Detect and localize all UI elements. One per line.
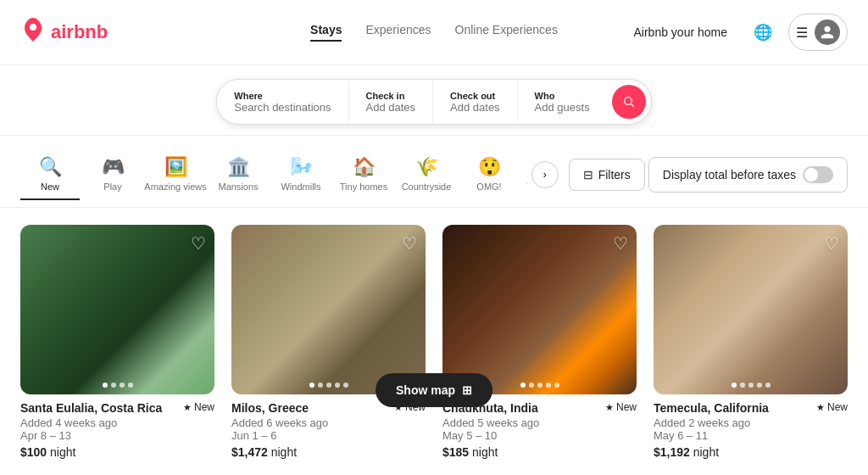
show-map-button[interactable]: Show map ⊞ bbox=[376, 373, 492, 407]
category-item-omg[interactable]: 😲 OMG! bbox=[459, 149, 519, 200]
who-section[interactable]: Who Add guests bbox=[518, 81, 607, 124]
filter-icon: ⊟ bbox=[583, 168, 593, 182]
category-item-windmills[interactable]: 🌬️ Windmills bbox=[271, 149, 331, 200]
dot bbox=[554, 383, 559, 388]
header: airbnb Stays Experiences Online Experien… bbox=[0, 0, 868, 65]
user-menu[interactable]: ☰ bbox=[788, 14, 848, 51]
favorite-button-3[interactable]: ♡ bbox=[824, 233, 839, 254]
dot bbox=[546, 383, 551, 388]
category-label-countryside: Countryside bbox=[402, 182, 452, 192]
search-bar-wrapper: Where Search destinations Check in Add d… bbox=[0, 65, 868, 136]
listing-card-3[interactable]: ♡ Temecula, California ★ New Added 2 wee… bbox=[654, 225, 848, 462]
listing-image-2: ♡ bbox=[442, 225, 637, 394]
price-unit-1: night bbox=[271, 445, 297, 459]
who-label: Who bbox=[535, 91, 590, 101]
listing-price-3: $1,192 night bbox=[654, 445, 848, 459]
dot bbox=[520, 383, 526, 388]
display-taxes-container: Display total before taxes bbox=[648, 157, 848, 193]
category-label-play: Play bbox=[103, 182, 121, 192]
price-unit-0: night bbox=[50, 445, 75, 459]
dot bbox=[757, 383, 762, 388]
new-icon: 🔍 bbox=[39, 156, 62, 178]
checkin-value[interactable]: Add dates bbox=[366, 101, 416, 114]
category-label-new: New bbox=[41, 182, 59, 192]
dot bbox=[740, 383, 745, 388]
search-button[interactable] bbox=[612, 85, 646, 119]
search-icon bbox=[622, 95, 636, 109]
checkout-label: Check out bbox=[450, 91, 500, 101]
category-item-play[interactable]: 🎮 Play bbox=[83, 149, 142, 200]
listings-grid: ♡ Santa Eulalia, Costa Rica ★ New Added … bbox=[0, 208, 868, 475]
listing-price-1: $1,472 night bbox=[231, 445, 426, 459]
category-item-amazing-views[interactable]: 🖼️ Amazing views bbox=[146, 149, 205, 200]
favorite-button-1[interactable]: ♡ bbox=[402, 233, 417, 254]
windmills-icon: 🌬️ bbox=[290, 156, 313, 178]
logo-text: airbnb bbox=[51, 21, 108, 43]
listing-dates-2: May 5 – 10 bbox=[442, 429, 637, 442]
tiny-homes-icon: 🏠 bbox=[353, 156, 376, 178]
star-icon-0: ★ bbox=[183, 402, 192, 413]
dot bbox=[748, 383, 754, 388]
host-link[interactable]: Airbnb your home bbox=[623, 19, 737, 46]
where-input[interactable]: Search destinations bbox=[234, 101, 331, 114]
new-badge-3: ★ New bbox=[816, 401, 848, 413]
price-unit-3: night bbox=[693, 445, 719, 459]
hamburger-icon: ☰ bbox=[796, 25, 808, 41]
who-value[interactable]: Add guests bbox=[535, 101, 590, 114]
star-icon-3: ★ bbox=[816, 402, 825, 413]
category-label-mansions: Mansions bbox=[218, 182, 258, 192]
display-taxes-label: Display total before taxes bbox=[663, 168, 796, 182]
new-badge-0: ★ New bbox=[183, 401, 214, 413]
main-nav: Stays Experiences Online Experiences bbox=[310, 23, 558, 42]
dot bbox=[309, 383, 314, 388]
checkin-section[interactable]: Check in Add dates bbox=[349, 81, 434, 124]
listing-image-0: ♡ bbox=[20, 225, 214, 394]
dot bbox=[128, 383, 133, 388]
listing-card-1[interactable]: ♡ Milos, Greece ★ New Added 6 weeks ago … bbox=[231, 225, 426, 462]
category-next-button[interactable]: › bbox=[531, 161, 559, 188]
listing-dates-1: Jun 1 – 6 bbox=[231, 429, 426, 442]
listing-card-0[interactable]: ♡ Santa Eulalia, Costa Rica ★ New Added … bbox=[20, 225, 214, 462]
listing-card-2[interactable]: ♡ Chaukhuta, India ★ New Added 5 weeks a… bbox=[442, 225, 637, 462]
dot bbox=[732, 383, 737, 388]
category-label-tiny-homes: Tiny homes bbox=[340, 182, 387, 192]
listing-dates-0: Apr 8 – 13 bbox=[20, 429, 214, 442]
logo[interactable]: airbnb bbox=[20, 16, 108, 49]
category-item-tiny-homes[interactable]: 🏠 Tiny homes bbox=[334, 149, 393, 200]
avatar bbox=[815, 20, 840, 45]
listing-location-0: Santa Eulalia, Costa Rica bbox=[20, 401, 162, 415]
language-button[interactable]: 🌐 bbox=[748, 17, 778, 48]
where-section[interactable]: Where Search destinations bbox=[217, 81, 348, 124]
listing-dates-3: May 6 – 11 bbox=[654, 429, 848, 442]
dot bbox=[326, 383, 331, 388]
listing-title-row-3: Temecula, California ★ New bbox=[654, 401, 848, 415]
filters-label: Filters bbox=[598, 168, 631, 182]
dot bbox=[318, 383, 323, 388]
dot bbox=[335, 383, 340, 388]
toggle-knob bbox=[804, 168, 818, 182]
checkout-value[interactable]: Add dates bbox=[450, 101, 500, 114]
filters-button[interactable]: ⊟ Filters bbox=[569, 159, 645, 191]
amazing-views-icon: 🖼️ bbox=[164, 156, 187, 178]
category-bar: 🔍 New 🎮 Play 🖼️ Amazing views 🏛️ Mansion… bbox=[0, 136, 868, 208]
nav-experiences[interactable]: Experiences bbox=[365, 23, 431, 42]
category-items: 🔍 New 🎮 Play 🖼️ Amazing views 🏛️ Mansion… bbox=[20, 149, 528, 200]
category-item-countryside[interactable]: 🌾 Countryside bbox=[397, 149, 456, 200]
dot bbox=[537, 383, 542, 388]
dot bbox=[111, 383, 116, 388]
category-item-treehouses[interactable]: 🌳 Treehouses bbox=[522, 149, 528, 200]
show-map-label: Show map bbox=[396, 383, 455, 397]
category-item-new[interactable]: 🔍 New bbox=[20, 149, 80, 200]
dot bbox=[120, 383, 125, 388]
category-label-treehouses: Treehouses bbox=[527, 182, 528, 192]
checkout-section[interactable]: Check out Add dates bbox=[433, 81, 518, 124]
favorite-button-0[interactable]: ♡ bbox=[191, 233, 206, 254]
image-dots-1 bbox=[309, 383, 348, 388]
nav-stays[interactable]: Stays bbox=[310, 23, 342, 42]
dot bbox=[103, 383, 108, 388]
display-taxes-toggle[interactable] bbox=[803, 166, 833, 183]
favorite-button-2[interactable]: ♡ bbox=[613, 233, 628, 254]
category-item-mansions[interactable]: 🏛️ Mansions bbox=[209, 149, 268, 200]
nav-online-experiences[interactable]: Online Experiences bbox=[455, 23, 558, 42]
listing-added-3: Added 2 weeks ago bbox=[654, 416, 848, 429]
